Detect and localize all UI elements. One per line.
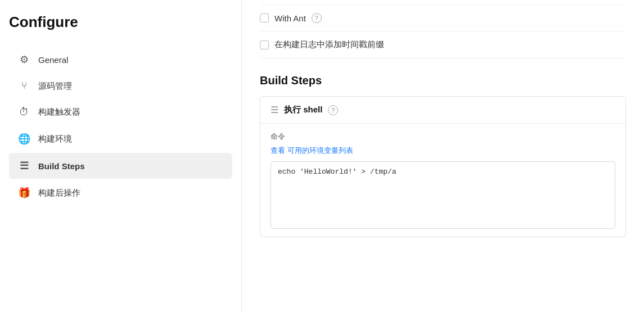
sidebar-item-general[interactable]: ⚙ General	[9, 47, 232, 73]
shell-command-input[interactable]: echo 'HelloWorld!' > /tmp/a	[271, 161, 615, 229]
sidebar-item-label-env: 构建环境	[38, 134, 72, 144]
step-header: ☰ 执行 shell ?	[260, 97, 625, 124]
field-label-command: 命令	[271, 132, 615, 142]
with-ant-label: With Ant	[274, 13, 306, 23]
sidebar-item-label-triggers: 构建触发器	[38, 107, 80, 117]
timestamp-checkbox[interactable]	[260, 40, 269, 49]
sidebar: Configure ⚙ General ⑂ 源码管理 ⏱ 构建触发器 🌐 构建环…	[0, 0, 242, 312]
build-steps-title: Build Steps	[260, 74, 626, 87]
sidebar-item-label-build-steps: Build Steps	[38, 161, 85, 171]
globe-icon: 🌐	[18, 133, 30, 145]
sidebar-item-triggers[interactable]: ⏱ 构建触发器	[9, 100, 232, 125]
option-row-timestamp: 在构建日志中添加时间戳前缀	[260, 31, 626, 58]
sidebar-title: Configure	[9, 13, 232, 31]
sidebar-item-label-source: 源码管理	[38, 81, 72, 92]
step-name: 执行 shell	[284, 105, 322, 115]
gear-icon: ⚙	[18, 53, 30, 66]
sidebar-item-post[interactable]: 🎁 构建后操作	[9, 180, 232, 206]
sidebar-item-label-post: 构建后操作	[38, 188, 80, 198]
sidebar-item-source[interactable]: ⑂ 源码管理	[9, 74, 232, 98]
step-body: 命令 查看 可用的环境变量列表 echo 'HelloWorld!' > /tm…	[260, 124, 625, 237]
timestamp-label: 在构建日志中添加时间戳前缀	[274, 39, 384, 50]
main-content: With Ant ? 在构建日志中添加时间戳前缀 Build Steps ☰ 执…	[242, 0, 644, 312]
post-icon: 🎁	[18, 187, 30, 199]
step-help-icon[interactable]: ?	[328, 105, 338, 115]
option-row-with-ant: With Ant ?	[260, 4, 626, 31]
clock-icon: ⏱	[18, 106, 30, 118]
env-variables-link[interactable]: 查看 可用的环境变量列表	[271, 146, 353, 156]
drag-handle-icon[interactable]: ☰	[271, 105, 278, 115]
source-icon: ⑂	[18, 80, 30, 92]
list-icon: ☰	[18, 160, 30, 172]
sidebar-item-env[interactable]: 🌐 构建环境	[9, 126, 232, 152]
sidebar-item-label-general: General	[38, 55, 68, 65]
sidebar-item-build-steps[interactable]: ☰ Build Steps	[9, 153, 232, 179]
with-ant-help-icon[interactable]: ?	[312, 13, 322, 23]
step-card: ☰ 执行 shell ? 命令 查看 可用的环境变量列表 echo 'Hello…	[260, 96, 626, 237]
with-ant-checkbox[interactable]	[260, 13, 269, 22]
